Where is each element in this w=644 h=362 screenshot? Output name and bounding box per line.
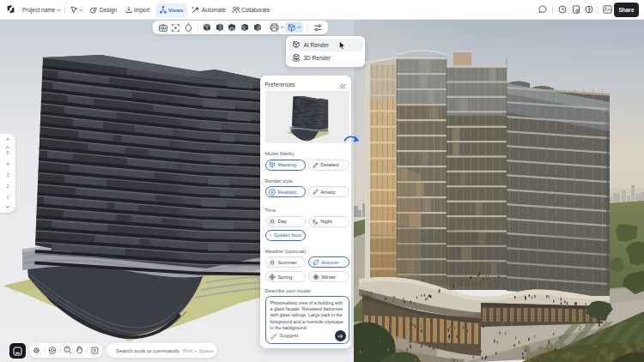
svg-text:?: ? [66, 347, 69, 352]
